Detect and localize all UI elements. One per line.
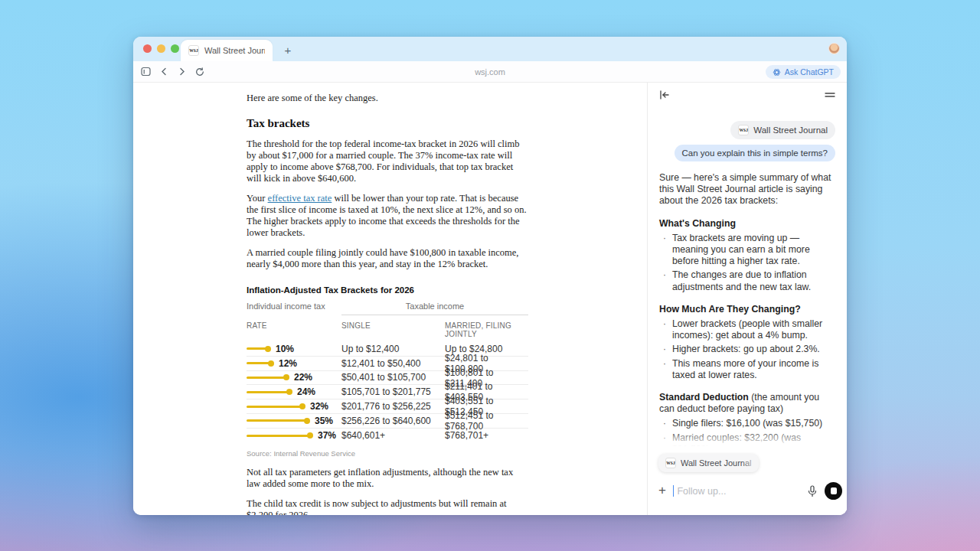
chat-bullet: ·Single filers: $16,100 (was $15,750) xyxy=(659,418,835,429)
chat-section: How Much Are They Changing?·Lower bracke… xyxy=(659,304,835,381)
window-controls xyxy=(143,44,179,53)
chat-bullet: ·The changes are due to inflation adjust… xyxy=(659,269,835,292)
bullet-text: Higher brackets: go up about 2.3%. xyxy=(672,344,820,354)
chat-bullet: ·Tax brackets are moving up — meaning yo… xyxy=(659,233,835,268)
rate-label: 24% xyxy=(297,386,315,397)
reload-button-icon[interactable] xyxy=(195,67,204,77)
rate-cell: 22% xyxy=(247,372,341,383)
back-button-icon[interactable] xyxy=(160,67,168,76)
tax-table-row: 37%$640,601+$768,701+ xyxy=(247,429,528,443)
chat-bullet: ·Married couples: $32,200 (was $31,500) xyxy=(659,432,835,449)
single-range: $201,776 to $256,225 xyxy=(341,401,445,412)
close-window-button[interactable] xyxy=(143,44,152,53)
text-caret xyxy=(673,485,675,497)
rate-cell: 35% xyxy=(247,416,341,426)
user-message-bubble: Can you explain this in simple terms? xyxy=(675,145,835,161)
rate-bar xyxy=(247,419,308,422)
tab-title: Wall Street Journal xyxy=(204,46,265,55)
page-content: Here are some of the key changes. Tax br… xyxy=(133,83,847,515)
panel-menu-icon[interactable] xyxy=(825,91,835,99)
column-header-single: SINGLE xyxy=(341,321,445,338)
article-paragraph: The threshold for the top federal income… xyxy=(247,139,528,184)
assistant-message-sections: What's Changing·Tax brackets are moving … xyxy=(659,218,835,449)
table-source: Source: Internal Revenue Service xyxy=(247,449,528,458)
attach-plus-icon[interactable]: + xyxy=(658,484,666,498)
ask-chatgpt-label: Ask ChatGPT xyxy=(785,67,834,77)
bullet-marker-icon: · xyxy=(663,233,666,244)
rate-bar xyxy=(247,435,311,437)
composer-context-chip[interactable]: WSJ Wall Street Journal xyxy=(658,454,759,472)
address-url[interactable]: wsj.com xyxy=(133,67,847,77)
browser-window: WSJ Wall Street Journal + xyxy=(133,37,847,515)
table-group-header: Individual income tax Taxable income xyxy=(247,302,528,315)
tab-wall-street-journal[interactable]: WSJ Wall Street Journal xyxy=(181,40,273,61)
rate-label: 37% xyxy=(318,430,336,441)
wsj-favicon-icon: WSJ xyxy=(188,45,199,56)
bullet-text: Lower brackets (people with smaller inco… xyxy=(672,318,822,341)
rate-bar xyxy=(247,406,303,408)
article-pane: Here are some of the key changes. Tax br… xyxy=(133,83,647,515)
bullet-marker-icon: · xyxy=(663,269,666,281)
rate-cell: 32% xyxy=(247,401,341,412)
column-header-married: MARRIED, FILING JOINTLY xyxy=(445,321,528,338)
rate-cell: 12% xyxy=(247,358,341,369)
forward-button-icon[interactable] xyxy=(178,67,186,76)
group-taxable-income: Taxable income xyxy=(341,302,528,315)
chat-section-heading: How Much Are They Changing? xyxy=(659,304,835,315)
rate-label: 22% xyxy=(294,372,312,383)
rate-bar xyxy=(247,362,272,364)
article-paragraph: The child tax credit is now subject to a… xyxy=(247,498,528,515)
stop-voice-button[interactable] xyxy=(825,482,842,500)
rate-bar xyxy=(247,391,290,393)
tab-bar: WSJ Wall Street Journal + xyxy=(133,37,847,61)
bullet-marker-icon: · xyxy=(663,432,666,444)
article-heading-tax-brackets: Tax brackets xyxy=(247,117,528,130)
tax-brackets-table: Inflation-Adjusted Tax Brackets for 2026… xyxy=(247,285,528,458)
tax-table-rows: 10%Up to $12,400Up to $24,80012%$12,401 … xyxy=(247,342,528,443)
new-tab-button[interactable]: + xyxy=(280,43,296,58)
bullet-marker-icon: · xyxy=(663,418,666,429)
chatgpt-side-panel: WSJ Wall Street Journal Can you explain … xyxy=(647,83,847,515)
effective-tax-rate-link[interactable]: effective tax rate xyxy=(268,193,332,204)
maximize-window-button[interactable] xyxy=(171,44,179,53)
sidebar-toggle-icon[interactable] xyxy=(141,67,151,77)
group-individual-income-tax: Individual income tax xyxy=(247,302,341,315)
chat-section-heading: Standard Deduction (the amount you can d… xyxy=(659,392,835,415)
article-paragraph: Not all tax parameters get inflation adj… xyxy=(247,467,528,490)
source-context-chip[interactable]: WSJ Wall Street Journal xyxy=(730,121,835,139)
collapse-panel-icon[interactable] xyxy=(659,90,670,99)
follow-up-input[interactable] xyxy=(677,486,800,497)
bullet-text: This means more of your income is taxed … xyxy=(672,358,818,380)
chat-section: What's Changing·Tax brackets are moving … xyxy=(659,218,835,293)
bullet-text: The changes are due to inflation adjustm… xyxy=(672,269,811,292)
chat-composer: WSJ Wall Street Journal + xyxy=(648,449,847,515)
bullet-text: Tax brackets are moving up — meaning you… xyxy=(672,233,810,266)
microphone-icon[interactable] xyxy=(807,485,818,497)
bullet-marker-icon: · xyxy=(663,318,666,330)
profile-avatar[interactable] xyxy=(828,43,840,54)
user-message-group: WSJ Wall Street Journal Can you explain … xyxy=(659,121,835,161)
chat-message-list: WSJ Wall Street Journal Can you explain … xyxy=(648,109,847,449)
bullet-text: Married couples: $32,200 (was $31,500) xyxy=(672,432,801,449)
composer-input-row: + xyxy=(658,482,836,500)
married-range: $768,701+ xyxy=(445,430,528,441)
married-range: $512,451 to $768,700 xyxy=(445,410,528,432)
rate-cell: 24% xyxy=(247,386,341,397)
single-range: Up to $12,400 xyxy=(341,344,445,354)
source-chip-label: Wall Street Journal xyxy=(753,126,828,135)
article-intro: Here are some of the key changes. xyxy=(247,93,528,104)
assistant-message-intro: Sure — here's a simple summary of what t… xyxy=(659,172,835,207)
tax-table-row: 35%$256,226 to $640,600$512,451 to $768,… xyxy=(247,414,528,429)
wsj-favicon-icon: WSJ xyxy=(665,458,676,468)
rate-cell: 37% xyxy=(247,430,341,441)
chat-bullet: ·Higher brackets: go up about 2.3%. xyxy=(659,344,835,355)
bullet-marker-icon: · xyxy=(663,358,666,370)
single-range: $256,226 to $640,600 xyxy=(341,416,445,426)
chip-text-fade xyxy=(742,454,759,472)
bullet-marker-icon: · xyxy=(663,344,666,355)
chat-panel-header xyxy=(648,83,847,107)
ask-chatgpt-button[interactable]: Ask ChatGPT xyxy=(766,65,841,79)
single-range: $50,401 to $105,700 xyxy=(341,372,445,383)
minimize-window-button[interactable] xyxy=(157,44,165,53)
table-title: Inflation-Adjusted Tax Brackets for 2026 xyxy=(247,285,528,295)
